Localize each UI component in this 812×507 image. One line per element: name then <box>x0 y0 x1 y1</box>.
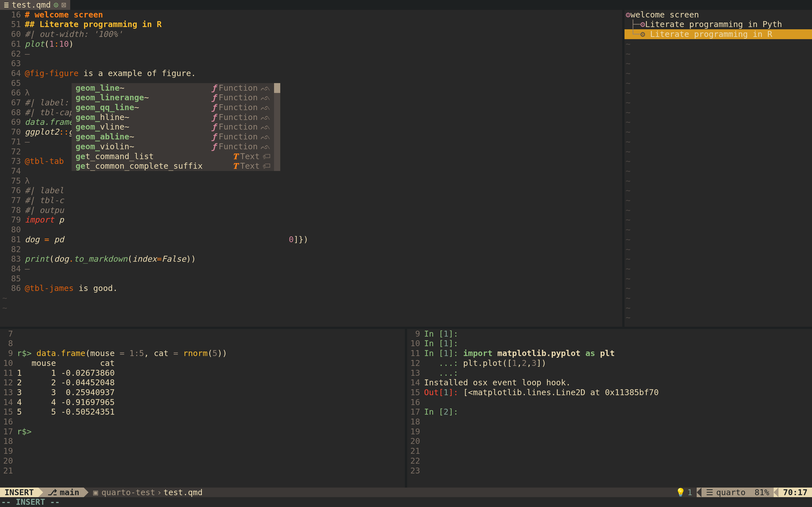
empty-line-tilde: ~ <box>624 264 812 274</box>
line-number: 17 <box>407 407 424 417</box>
command-line[interactable]: -- INSERT -- <box>0 497 812 507</box>
terminal-line[interactable]: 23 <box>407 466 812 476</box>
line-number: 21 <box>0 466 17 476</box>
terminal-line[interactable]: 8 <box>0 339 405 348</box>
line-number: 21 <box>407 446 424 456</box>
terminal-line[interactable]: 14Installed osx event loop hook. <box>407 378 812 388</box>
tab-modified-icon: ⊙ <box>54 0 58 10</box>
completion-item[interactable]: geom_vline~ƒFunctionᨒ <box>71 122 274 132</box>
line-number: 10 <box>407 339 424 348</box>
line-number: 16 <box>0 417 17 427</box>
code-line[interactable]: 85 <box>0 274 622 284</box>
terminal-line[interactable]: 17r$> <box>0 427 405 437</box>
terminal-vertical-split[interactable] <box>405 329 407 488</box>
terminal-line[interactable]: 18 <box>407 417 812 427</box>
terminal-line[interactable]: 19 <box>0 446 405 456</box>
line-number: 72 <box>0 147 25 157</box>
outline-item[interactable]: ⚙welcome screen <box>624 10 812 20</box>
completion-item[interactable]: get_command_list𝐓Text🏷 <box>71 152 274 161</box>
line-number: 10 <box>0 358 17 368</box>
completion-popup[interactable]: geom_line~ƒFunctionᨒgeom_linerange~ƒFunc… <box>71 83 280 171</box>
code-line[interactable]: 79import p <box>0 215 622 225</box>
terminal-line[interactable]: 10 mouse cat <box>0 358 405 368</box>
empty-line-tilde: ~ <box>624 166 812 176</box>
line-number: 16 <box>0 10 25 20</box>
line-number: 22 <box>407 456 424 466</box>
completion-item[interactable]: geom_linerange~ƒFunctionᨒ <box>71 93 274 103</box>
completion-item[interactable]: geom_line~ƒFunctionᨒ <box>71 83 274 93</box>
status-branch: ⎇ main <box>43 488 84 497</box>
code-line[interactable]: 78#| outpu <box>0 205 622 215</box>
terminal-line[interactable]: 10In [1]: <box>407 339 812 348</box>
completion-item[interactable]: get_common_complete_suffix𝐓Text🏷 <box>71 161 274 171</box>
code-line[interactable]: 77#| tbl-c <box>0 195 622 205</box>
completion-item[interactable]: geom_abline~ƒFunctionᨒ <box>71 132 274 142</box>
code-line[interactable]: 76#| label <box>0 186 622 195</box>
terminal-python[interactable]: 9In [1]: 10In [1]: 11In [1]: import matp… <box>407 329 812 488</box>
terminal-line[interactable]: 21 <box>407 446 812 456</box>
terminal-line[interactable]: 17In [2]: <box>407 407 812 417</box>
line-number: 64 <box>0 68 25 78</box>
code-line[interactable]: 84— <box>0 264 622 274</box>
code-line[interactable]: 86@tbl-james is good. <box>0 283 622 293</box>
terminal-line[interactable]: 9In [1]: <box>407 329 812 339</box>
completion-item[interactable]: geom_qq_line~ƒFunctionᨒ <box>71 103 274 112</box>
code-line[interactable]: 61plot(1:10) <box>0 39 622 49</box>
terminal-line[interactable]: 12 ...: plt.plot([1,2,3]) <box>407 358 812 368</box>
status-diagnostics[interactable]: 💡 1 <box>671 488 697 497</box>
terminal-line[interactable]: 22 <box>407 456 812 466</box>
terminal-line[interactable]: 16 <box>0 417 405 427</box>
code-line[interactable]: 83print(dog.to_markdown(index=False)) <box>0 254 622 264</box>
tab-test-qmd[interactable]: ≣ test.qmd ⊙ ⊠ <box>0 0 70 10</box>
outline-item[interactable]: ├─⚙Literate programming in Pyth <box>624 19 812 29</box>
terminal-line[interactable]: 144 4 -0.91697965 <box>0 397 405 407</box>
terminal-r[interactable]: 789r$> data.frame(mouse = 1:5, cat = rno… <box>0 329 405 488</box>
terminal-line[interactable]: 21 <box>0 466 405 476</box>
line-number: 51 <box>0 19 25 29</box>
hint-icon: 💡 <box>675 488 688 497</box>
completion-item[interactable]: geom_hline~ƒFunctionᨒ <box>71 112 274 122</box>
vertical-split[interactable] <box>622 10 624 327</box>
line-number: 13 <box>407 368 424 378</box>
terminal-line[interactable]: 20 <box>407 436 812 446</box>
terminal-line[interactable]: 111 1 -0.02673860 <box>0 368 405 378</box>
line-number: 80 <box>0 225 25 235</box>
code-line[interactable]: 81dog = pd 0]}) <box>0 235 622 244</box>
terminal-line[interactable]: 13 ...: <box>407 368 812 378</box>
terminal-line[interactable]: 15Out[1]: [<matplotlib.lines.Line2D at 0… <box>407 388 812 397</box>
code-line[interactable]: 64@fig-figure is a example of figure. <box>0 68 622 78</box>
empty-line-tilde: ~ <box>624 59 812 68</box>
line-number: 70 <box>0 127 25 137</box>
code-line[interactable]: 16# welcome screen <box>0 10 622 20</box>
terminal-line[interactable]: 11In [1]: import matplotlib.pyplot as pl… <box>407 348 812 358</box>
code-line[interactable]: 75λ <box>0 176 622 186</box>
outline-panel[interactable]: ⚙welcome screen ├─⚙Literate programming … <box>624 10 812 327</box>
statusline: INSERT ⎇ main ▣ quarto-test › test.qmd 💡… <box>0 488 812 497</box>
code-line[interactable]: 60#| out-width: '100%' <box>0 29 622 39</box>
line-number: 61 <box>0 39 25 49</box>
terminal-line[interactable]: 18 <box>0 436 405 446</box>
code-line[interactable]: 51## Literate programming in R <box>0 19 622 29</box>
empty-line-tilde: ~ <box>0 293 622 303</box>
tab-close-icon[interactable]: ⊠ <box>61 0 66 10</box>
horizontal-split[interactable] <box>0 327 812 329</box>
status-dir: quarto-test <box>101 488 155 497</box>
terminal-line[interactable]: 19 <box>407 427 812 437</box>
outline-item[interactable]: └─⚙ Literate programming in R <box>624 29 812 39</box>
empty-line-tilde: ~ <box>624 293 812 303</box>
terminal-line[interactable]: 9r$> data.frame(mouse = 1:5, cat = rnorm… <box>0 348 405 358</box>
terminal-line[interactable]: 7 <box>0 329 405 339</box>
separator-icon <box>38 488 43 497</box>
terminal-line[interactable]: 20 <box>0 456 405 466</box>
terminal-line[interactable]: 16 <box>407 397 812 407</box>
line-number: 11 <box>0 368 17 378</box>
code-line[interactable]: 80 <box>0 225 622 235</box>
completion-item[interactable]: geom_violin~ƒFunctionᨒ <box>71 142 274 152</box>
terminal-line[interactable]: 133 3 0.25940937 <box>0 388 405 397</box>
terminal-line[interactable]: 122 2 -0.04452048 <box>0 378 405 388</box>
terminal-line[interactable]: 155 5 -0.50524351 <box>0 407 405 417</box>
editor-main[interactable]: 16# welcome screen51## Literate programm… <box>0 10 622 327</box>
code-line[interactable]: 62— <box>0 49 622 59</box>
code-line[interactable]: 82 <box>0 244 622 255</box>
code-line[interactable]: 63 <box>0 59 622 68</box>
